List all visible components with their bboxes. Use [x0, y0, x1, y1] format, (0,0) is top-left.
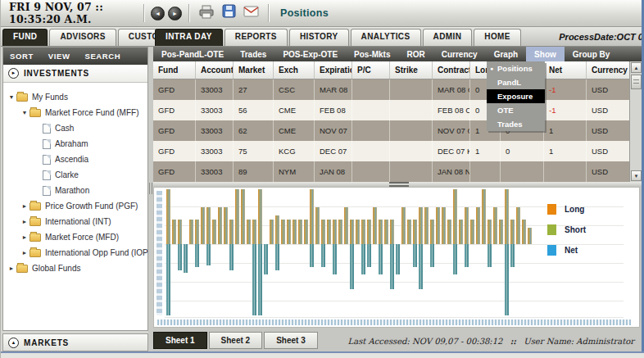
menu-item-positions[interactable]: ●Positions	[487, 61, 545, 75]
chart-bar-short[interactable]	[430, 244, 434, 267]
chart-bar-long[interactable]	[218, 207, 222, 244]
scroll-down-icon[interactable]: ▼	[631, 170, 642, 181]
tab-reports[interactable]: REPORTS	[224, 29, 288, 46]
tab-fund[interactable]: FUND	[2, 29, 48, 46]
tab-intra-day[interactable]: INTRA DAY	[155, 29, 223, 46]
chart-bar-long[interactable]	[499, 220, 503, 244]
chart-bar-long[interactable]	[424, 207, 429, 244]
chart-bar-short[interactable]	[178, 244, 182, 270]
chart-bar-long[interactable]	[361, 220, 365, 244]
subtab-pos-mkts[interactable]: Pos-Mkts	[346, 47, 398, 61]
investments-header[interactable]: ► INVESTMENTS	[3, 65, 147, 83]
tree-item-market-force-fund-mff[interactable]: ▼Market Force Fund (MFF)	[3, 105, 147, 120]
tab-home[interactable]: HOME	[474, 29, 521, 46]
sidebar-splitter-grip[interactable]	[149, 183, 152, 194]
menu-item-ote[interactable]: OTE	[487, 103, 545, 117]
chart-bar-short[interactable]	[379, 244, 383, 274]
subtab-trades[interactable]: Trades	[232, 47, 274, 61]
chart-bar-short[interactable]	[229, 244, 234, 270]
tab-analytics[interactable]: ANALYTICS	[351, 29, 421, 46]
tab-history[interactable]: HISTORY	[289, 29, 349, 46]
chart-bar-long[interactable]	[201, 207, 205, 244]
column-header-contractd[interactable]: ContractD	[433, 61, 470, 79]
chart-bar-short[interactable]	[184, 244, 188, 273]
chevron-collapsed-icon[interactable]: ►	[20, 250, 29, 256]
chevron-collapsed-icon[interactable]: ►	[20, 234, 29, 240]
chart-bar-long[interactable]	[430, 220, 434, 244]
tree-item-cash[interactable]: Cash	[3, 120, 147, 136]
tree-item-market-force-mfd[interactable]: ►Market Force (MFD)	[3, 229, 147, 245]
chart-bar-long[interactable]	[304, 220, 308, 244]
sidebar-menu-search[interactable]: SEARCH	[84, 52, 120, 61]
table-row[interactable]: GFD3300356CMEFEB 08FEB 08 CME0-1USD	[153, 100, 629, 120]
chart-bar-long[interactable]	[476, 207, 480, 244]
table-row[interactable]: GFD3300389NYMJAN 08JAN 08 NY FUSD	[153, 161, 629, 182]
subtab-currency[interactable]: Currency	[433, 47, 486, 61]
investments-expand-icon[interactable]: ►	[8, 68, 19, 79]
chart-bar-long[interactable]	[172, 220, 176, 244]
chart-bar-long[interactable]	[510, 220, 515, 244]
chart-bar-long[interactable]	[465, 207, 469, 244]
chart-bar-short[interactable]	[367, 244, 371, 267]
chart-bar-long[interactable]	[516, 207, 520, 244]
chart-bar-short[interactable]	[465, 244, 469, 267]
chart-bar-short[interactable]	[390, 244, 394, 289]
chart-bar-long[interactable]	[235, 189, 239, 244]
chart-bar-long[interactable]	[195, 220, 199, 244]
chart-bar-short[interactable]	[252, 244, 256, 315]
menu-item-pandl[interactable]: PandL	[487, 75, 545, 89]
chart-bar-long[interactable]	[206, 207, 211, 244]
scroll-up-icon[interactable]: ▲	[631, 62, 642, 73]
chevron-expanded-icon[interactable]: ▼	[7, 94, 16, 100]
forward-button[interactable]: ►	[168, 7, 182, 20]
table-row[interactable]: GFD3300362CMENOV 07NOV 07 CM101USD	[153, 120, 629, 141]
chart-bar-long[interactable]	[442, 207, 446, 244]
column-header-p-c[interactable]: P/C	[352, 61, 390, 79]
chart-bar-long[interactable]	[315, 207, 320, 244]
chart-bar-short[interactable]	[310, 244, 314, 267]
subtab-show[interactable]: Show	[526, 47, 565, 61]
chevron-collapsed-icon[interactable]: ►	[20, 203, 29, 209]
chevron-collapsed-icon[interactable]: ►	[20, 219, 29, 224]
chart-bar-long[interactable]	[470, 220, 474, 244]
chart-bar-short[interactable]	[419, 244, 423, 289]
sidebar-menu-sort[interactable]: SORT	[10, 52, 34, 61]
chart-bar-short[interactable]	[510, 244, 515, 267]
chart-bar-long[interactable]	[367, 220, 371, 244]
tree-item-international-opp-fund-iop[interactable]: ►International Opp Fund (IOP)	[3, 245, 147, 261]
chart-bar-long[interactable]	[436, 207, 440, 244]
back-button[interactable]: ◄	[151, 7, 165, 20]
chart-bar-long[interactable]	[338, 220, 342, 244]
chevron-collapsed-icon[interactable]: ►	[7, 265, 16, 271]
chart-bar-short[interactable]	[258, 244, 262, 315]
chart-bar-long[interactable]	[258, 189, 262, 244]
subtab-pos-pandl-ote[interactable]: Pos-PandL-OTE	[153, 47, 232, 61]
chart-bar-short[interactable]	[505, 244, 509, 315]
chart-bar-long[interactable]	[379, 220, 383, 244]
subtab-group-by[interactable]: Group By	[565, 47, 619, 61]
chart-bar-long[interactable]	[350, 220, 354, 244]
menu-item-trades[interactable]: Trades	[487, 117, 545, 131]
chart-bar-short[interactable]	[333, 244, 337, 274]
scrollbar-thumb[interactable]	[631, 75, 642, 89]
column-header-expiration[interactable]: Expiration	[315, 61, 352, 79]
chart-bar-long[interactable]	[447, 220, 451, 244]
chart-bar-short[interactable]	[488, 244, 492, 267]
chart-bar-long[interactable]	[373, 207, 377, 244]
column-header-exch[interactable]: Exch	[274, 61, 315, 79]
chart-bar-short[interactable]	[413, 244, 417, 267]
tree-item-ascendia[interactable]: Ascendia	[3, 152, 147, 167]
chart-bar-long[interactable]	[241, 189, 245, 244]
chart-bar-long[interactable]	[247, 220, 251, 244]
table-scrollbar[interactable]: ▲ ▼	[629, 61, 642, 182]
table-row[interactable]: GFD3300327CSCMAR 08MAR 08 CSC0-1USD	[153, 79, 629, 100]
tree-item-price-growth-fund-pgf[interactable]: ►Price Growth Fund (PGF)	[3, 198, 147, 214]
chart-bar-long[interactable]	[453, 189, 457, 244]
chart-bar-long[interactable]	[281, 220, 285, 244]
tree-item-abraham[interactable]: Abraham	[3, 136, 147, 152]
tab-advisors[interactable]: ADVISORS	[49, 29, 116, 46]
chart-bar-short[interactable]	[166, 244, 170, 315]
chart-bar-long[interactable]	[407, 220, 411, 244]
column-header-net[interactable]: Net	[544, 61, 587, 79]
sidebar-menu-view[interactable]: VIEW	[48, 52, 70, 61]
